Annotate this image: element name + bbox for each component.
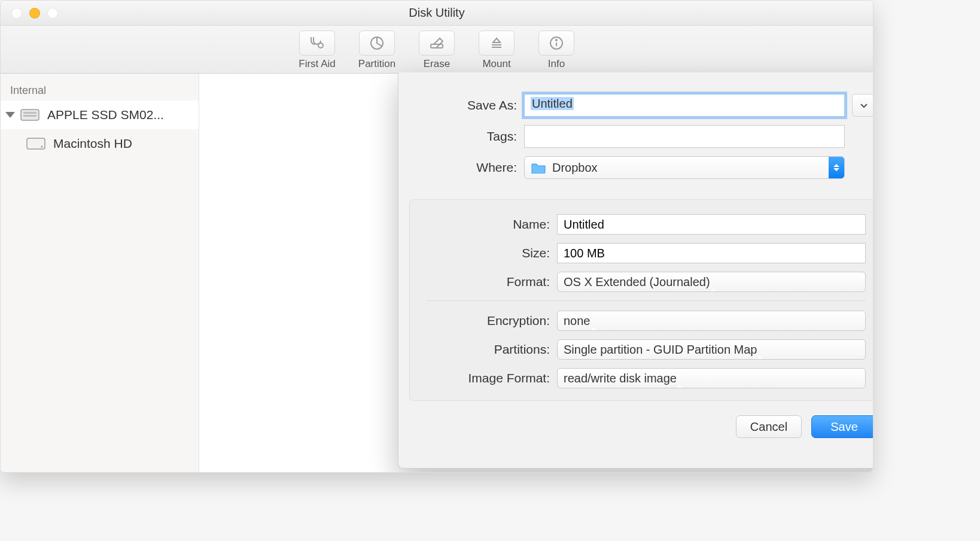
select-caret-icon — [829, 157, 844, 178]
toolbar: First Aid Partition Erase — [1, 26, 873, 74]
volume-icon — [26, 136, 46, 151]
svg-rect-2 — [431, 44, 443, 48]
image-format-value: read/write disk image — [564, 372, 677, 385]
encryption-label: Encryption: — [427, 314, 550, 328]
expand-save-panel-button[interactable] — [852, 94, 874, 117]
divider — [427, 300, 866, 301]
svg-point-4 — [556, 39, 557, 41]
sidebar-item-macintosh-hd[interactable]: Macintosh HD — [1, 129, 199, 158]
save-as-input[interactable]: Untitled — [524, 94, 845, 117]
name-input[interactable] — [557, 214, 866, 235]
tags-input[interactable] — [524, 125, 845, 148]
pie-icon — [359, 31, 395, 56]
partitions-label: Partitions: — [427, 342, 550, 357]
drive-icon — [20, 107, 40, 123]
size-label: Size: — [427, 246, 550, 260]
sidebar-item-apple-ssd[interactable]: APPLE SSD SM02... — [1, 101, 199, 129]
select-caret-icon — [591, 314, 602, 328]
encryption-select[interactable]: none — [557, 311, 866, 331]
tags-label: Tags: — [416, 129, 517, 144]
chevron-down-icon[interactable] — [5, 112, 15, 118]
toolbar-label: Erase — [424, 58, 450, 70]
image-options-box: Name: Size: Format: OS X Extended (Journ… — [409, 199, 874, 401]
sidebar: Internal APPLE SSD SM02... Macintosh HD — [1, 74, 199, 472]
toolbar-item-partition[interactable]: Partition — [352, 31, 401, 70]
size-input[interactable] — [557, 243, 866, 263]
sidebar-item-label: APPLE SSD SM02... — [47, 108, 164, 122]
where-select[interactable]: Dropbox — [524, 156, 845, 179]
sheet-buttons: Cancel Save — [398, 401, 874, 438]
erase-icon — [419, 31, 455, 56]
save-sheet-top: Save As: Untitled Tags: — [398, 72, 874, 199]
save-sheet: Save As: Untitled Tags: — [398, 72, 874, 469]
toolbar-label: Mount — [482, 58, 510, 70]
titlebar: Disk Utility — [1, 1, 873, 26]
toolbar-label: Partition — [358, 58, 395, 70]
save-button[interactable]: Save — [811, 415, 874, 438]
image-format-label: Image Format: — [427, 371, 550, 385]
chevron-down-icon — [860, 99, 868, 112]
save-as-label: Save As: — [416, 98, 517, 113]
window-body: Internal APPLE SSD SM02... Macintosh HD … — [1, 74, 873, 472]
toolbar-label: First Aid — [299, 58, 335, 70]
image-format-select[interactable]: read/write disk image — [557, 368, 866, 388]
sidebar-item-label: Macintosh HD — [53, 136, 132, 151]
name-label: Name: — [427, 217, 550, 232]
format-select[interactable]: OS X Extended (Journaled) — [557, 272, 866, 292]
stethoscope-icon — [299, 31, 335, 56]
toolbar-item-erase[interactable]: Erase — [412, 31, 461, 70]
window-title: Disk Utility — [1, 6, 873, 20]
toolbar-item-info[interactable]: Info — [532, 31, 581, 70]
detail-pane: 251 GB 3 Solid state disk0 Save As: Unti… — [199, 74, 873, 472]
folder-icon — [531, 162, 546, 174]
mount-icon — [479, 31, 515, 56]
svg-rect-6 — [23, 112, 36, 114]
format-value: OS X Extended (Journaled) — [564, 275, 710, 289]
info-icon — [538, 31, 574, 56]
toolbar-item-mount[interactable]: Mount — [472, 31, 521, 70]
disk-utility-window: Disk Utility First Aid Partition — [0, 0, 874, 473]
select-caret-icon — [710, 275, 722, 289]
where-label: Where: — [416, 160, 517, 175]
svg-rect-7 — [23, 115, 36, 117]
toolbar-label: Info — [548, 58, 565, 70]
cancel-button[interactable]: Cancel — [736, 415, 802, 438]
save-as-value: Untitled — [531, 97, 574, 110]
encryption-value: none — [564, 314, 591, 328]
partitions-value: Single partition - GUID Partition Map — [564, 343, 757, 357]
svg-point-9 — [41, 145, 42, 147]
format-label: Format: — [427, 275, 550, 289]
select-caret-icon — [677, 372, 689, 385]
toolbar-item-first-aid[interactable]: First Aid — [293, 31, 342, 70]
where-value: Dropbox — [552, 161, 829, 175]
sidebar-header-internal: Internal — [1, 78, 199, 101]
select-caret-icon — [757, 343, 769, 357]
partitions-select[interactable]: Single partition - GUID Partition Map — [557, 339, 866, 360]
